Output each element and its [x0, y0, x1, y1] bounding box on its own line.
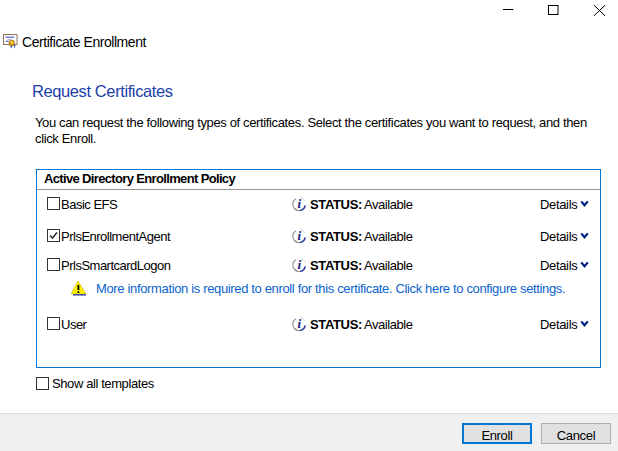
svg-text:i: i — [297, 257, 301, 272]
svg-text:i: i — [297, 196, 301, 211]
svg-text:i: i — [297, 316, 301, 331]
svg-text:i: i — [297, 228, 301, 243]
